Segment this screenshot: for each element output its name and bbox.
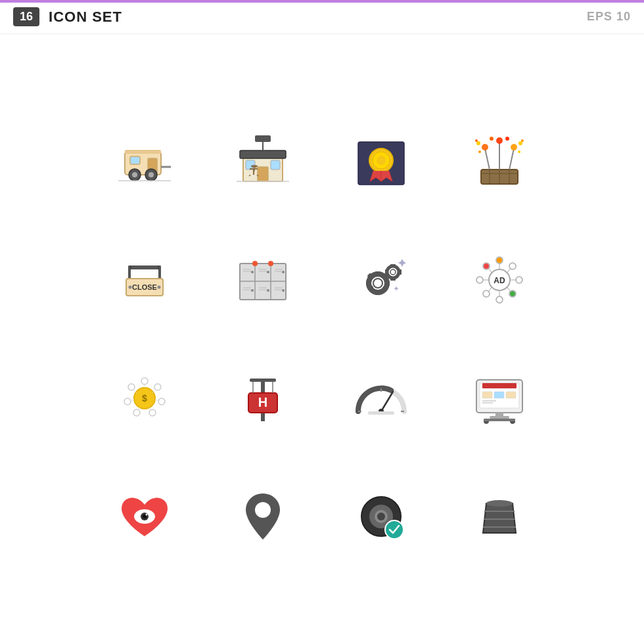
icon-location-pin <box>210 464 315 569</box>
svg-point-41 <box>505 137 509 141</box>
svg-point-91 <box>390 269 396 275</box>
icon-caravan <box>92 109 197 214</box>
svg-rect-154 <box>495 413 503 416</box>
svg-point-167 <box>377 513 385 520</box>
icon-online-store <box>447 346 552 451</box>
header-bar: 16 ICON SET EPS 10 <box>0 0 644 34</box>
header-badge: 16 <box>13 7 39 26</box>
svg-point-117 <box>484 264 489 269</box>
content-area: CLOSE <box>0 34 644 644</box>
svg-point-53 <box>158 286 161 289</box>
svg-point-39 <box>476 141 480 145</box>
icon-coffee-shop <box>210 109 315 214</box>
svg-rect-82 <box>375 271 380 276</box>
svg-text:$: $ <box>142 393 147 403</box>
svg-point-105 <box>476 277 483 283</box>
svg-point-43 <box>478 150 481 153</box>
icons-grid: CLOSE <box>79 96 565 582</box>
icon-fireworks <box>447 109 552 214</box>
svg-rect-145 <box>368 411 394 415</box>
svg-rect-135 <box>250 379 276 382</box>
header-eps: EPS 10 <box>587 10 631 24</box>
top-accent-bar <box>0 0 644 3</box>
svg-point-124 <box>133 409 140 416</box>
svg-rect-95 <box>398 269 402 275</box>
svg-point-162 <box>146 514 148 516</box>
svg-rect-85 <box>385 281 390 286</box>
svg-point-125 <box>124 398 131 405</box>
svg-point-120 <box>141 378 148 384</box>
svg-rect-94 <box>385 269 388 275</box>
icon-settings-ai <box>329 227 434 333</box>
svg-rect-2 <box>130 156 140 164</box>
svg-point-60 <box>251 271 254 273</box>
icon-close-sign: CLOSE <box>92 227 197 333</box>
svg-point-40 <box>490 137 494 141</box>
svg-line-112 <box>488 287 492 292</box>
icon-eye-heart <box>92 464 197 569</box>
svg-point-172 <box>486 500 513 507</box>
svg-point-38 <box>511 144 517 150</box>
icon-lockers <box>210 227 315 333</box>
svg-point-64 <box>267 289 269 292</box>
svg-point-52 <box>129 286 132 289</box>
svg-point-103 <box>496 296 503 303</box>
icon-cushion <box>447 464 552 569</box>
svg-rect-47 <box>128 265 161 269</box>
icon-donut-check <box>329 464 434 569</box>
icon-ad-network: AD <box>447 227 552 333</box>
svg-point-116 <box>510 291 515 296</box>
icon-hospital-sign: H <box>210 346 315 451</box>
page-wrapper: 16 ICON SET EPS 10 <box>0 0 644 644</box>
svg-point-67 <box>268 261 273 266</box>
svg-point-36 <box>482 144 488 150</box>
svg-text:CLOSE: CLOSE <box>132 283 157 291</box>
svg-point-122 <box>158 398 165 405</box>
svg-line-143 <box>381 392 393 411</box>
svg-rect-92 <box>390 264 396 267</box>
icon-dollar-network: $ <box>92 346 197 451</box>
svg-point-45 <box>521 139 524 142</box>
svg-point-19 <box>251 165 258 168</box>
svg-rect-13 <box>246 160 255 170</box>
svg-rect-22 <box>255 135 271 142</box>
svg-point-115 <box>497 258 502 263</box>
svg-point-8 <box>149 172 154 177</box>
svg-rect-4 <box>125 150 161 154</box>
svg-rect-11 <box>240 150 286 158</box>
svg-point-123 <box>149 409 156 416</box>
svg-line-114 <box>488 268 492 273</box>
svg-point-66 <box>252 261 258 266</box>
svg-rect-93 <box>390 277 396 281</box>
svg-point-61 <box>267 271 269 273</box>
svg-text:AD: AD <box>494 276 505 285</box>
svg-point-37 <box>496 137 503 144</box>
icon-speedometer <box>329 346 434 451</box>
svg-line-33 <box>485 149 490 170</box>
svg-point-101 <box>516 277 522 283</box>
svg-point-27 <box>377 156 386 165</box>
svg-point-44 <box>475 139 478 142</box>
svg-rect-15 <box>250 168 258 170</box>
svg-point-81 <box>373 279 382 288</box>
svg-rect-151 <box>506 392 516 398</box>
svg-rect-158 <box>484 419 515 421</box>
svg-point-168 <box>385 520 403 539</box>
svg-point-46 <box>518 150 520 153</box>
svg-rect-12 <box>258 167 268 181</box>
svg-rect-14 <box>271 160 280 170</box>
svg-point-163 <box>255 502 271 518</box>
svg-point-42 <box>518 141 522 145</box>
icon-certificate <box>329 109 434 214</box>
svg-rect-149 <box>482 392 492 398</box>
svg-text:H: H <box>258 395 267 409</box>
svg-line-35 <box>509 149 514 170</box>
svg-line-108 <box>507 268 511 273</box>
svg-rect-150 <box>494 392 504 398</box>
svg-point-63 <box>251 289 254 292</box>
header-title: ICON SET <box>49 9 122 26</box>
svg-point-6 <box>132 172 137 177</box>
svg-rect-155 <box>490 416 509 419</box>
svg-line-110 <box>507 287 511 292</box>
svg-rect-83 <box>375 290 380 295</box>
